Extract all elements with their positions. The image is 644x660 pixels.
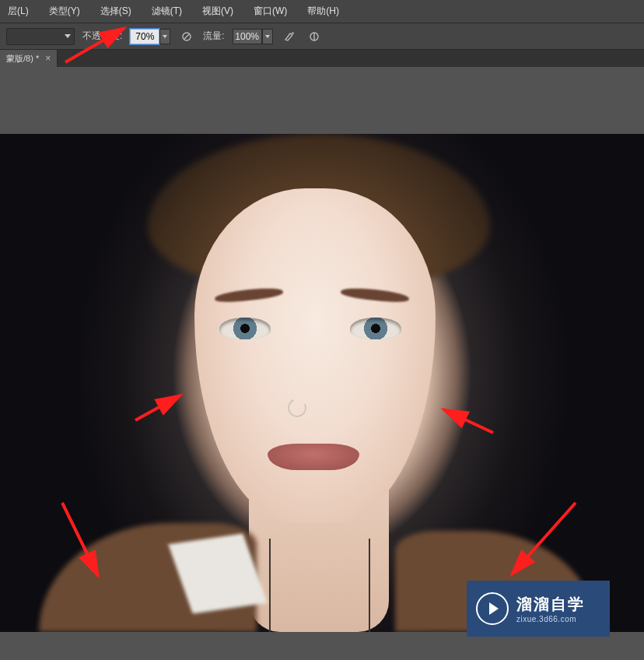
airbrush-icon[interactable]: [281, 28, 298, 45]
menu-view[interactable]: 视图(V): [199, 2, 236, 21]
document-tab-title: 蒙版/8) *: [6, 53, 39, 65]
opacity-dropdown[interactable]: [159, 29, 170, 44]
watermark-sub: zixue.3d66.com: [516, 614, 585, 624]
canvas-area[interactable]: [0, 67, 644, 660]
tablet-size-icon: [308, 30, 320, 43]
menu-filter[interactable]: 滤镜(T): [149, 2, 185, 21]
portrait-image: [0, 134, 644, 632]
brush-preset-picker[interactable]: [6, 28, 75, 45]
tablet-pressure-icon: [180, 30, 193, 43]
watermark-title: 溜溜自学: [516, 594, 585, 614]
portrait-eye: [219, 318, 271, 339]
flow-dropdown[interactable]: [262, 29, 273, 44]
document-tab[interactable]: 蒙版/8) * ×: [0, 50, 58, 67]
menu-type[interactable]: 类型(Y): [46, 2, 83, 21]
svg-point-1: [292, 32, 293, 33]
opacity-input[interactable]: [130, 29, 159, 44]
portrait-necklace: [269, 539, 370, 632]
menu-select[interactable]: 选择(S): [97, 2, 135, 21]
options-bar: 不透明度: 流量:: [0, 23, 644, 50]
watermark-text: 溜溜自学 zixue.3d66.com: [516, 594, 585, 624]
watermark: 溜溜自学 zixue.3d66.com: [467, 581, 610, 637]
menu-window[interactable]: 窗口(W): [250, 2, 290, 21]
portrait-lips: [268, 444, 359, 470]
menu-bar: 层(L) 类型(Y) 选择(S) 滤镜(T) 视图(V) 窗口(W) 帮助(H): [0, 0, 644, 23]
flow-label: 流量:: [203, 30, 224, 43]
opacity-label: 不透明度:: [82, 30, 122, 43]
airbrush-glyph-icon: [283, 30, 296, 43]
flow-control: [233, 29, 273, 44]
portrait-eye: [350, 318, 401, 339]
play-circle-icon: [476, 592, 509, 625]
flow-input[interactable]: [233, 29, 262, 44]
pressure-opacity-icon[interactable]: [178, 28, 195, 45]
menu-layer[interactable]: 层(L): [5, 2, 32, 21]
pressure-size-icon[interactable]: [306, 28, 323, 45]
document-tab-close[interactable]: ×: [45, 53, 51, 64]
opacity-control: [130, 29, 170, 44]
document-tab-bar: 蒙版/8) * ×: [0, 50, 644, 67]
portrait-face: [194, 188, 436, 523]
menu-help[interactable]: 帮助(H): [304, 2, 342, 21]
